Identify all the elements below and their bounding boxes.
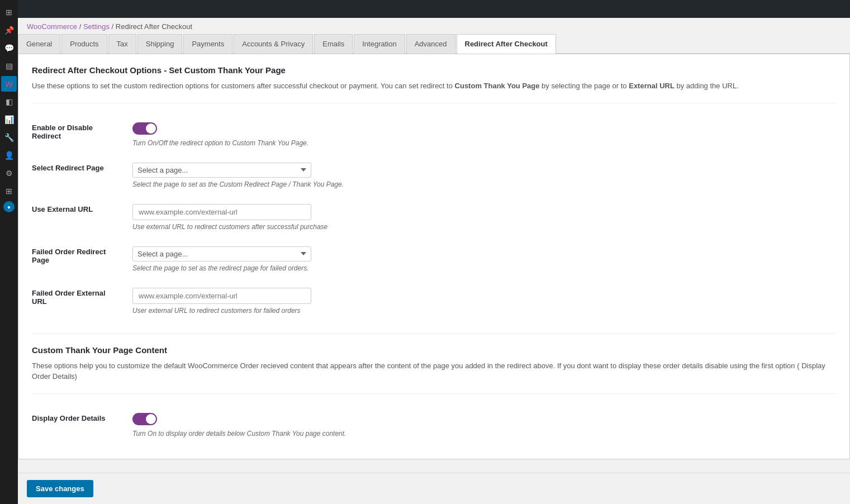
save-button[interactable]: Save changes bbox=[27, 480, 93, 497]
post-icon[interactable]: ▤ bbox=[1, 58, 17, 74]
settings-panel: Redirect After Checkout Options - Set Cu… bbox=[18, 54, 850, 459]
failed-order-redirect-page-desc: Select the page to set as the redirect p… bbox=[132, 264, 836, 272]
failed-order-redirect-page-label: Failed Order Redirect Page bbox=[32, 248, 106, 264]
external-url-desc: Use external URL to redirect customers a… bbox=[132, 223, 836, 231]
users-icon[interactable]: 👤 bbox=[1, 148, 17, 163]
row-enable-redirect: Enable or Disable Redirect Turn On/Off t… bbox=[32, 115, 836, 155]
external-url-label: Use External URL bbox=[32, 205, 93, 213]
tools-icon[interactable]: 🔧 bbox=[1, 130, 17, 145]
tab-general[interactable]: General bbox=[18, 34, 60, 54]
woo-icon[interactable]: W bbox=[1, 76, 17, 92]
breadcrumb-sep2: / bbox=[112, 22, 116, 31]
sidebar: ⊞ 📌 💬 ▤ W ◧ 📊 🔧 👤 ⚙ ⊞ ● bbox=[0, 0, 18, 504]
analytics-icon[interactable]: 📊 bbox=[1, 112, 17, 127]
divider2 bbox=[32, 334, 836, 334]
row-failed-order-redirect-page: Failed Order Redirect Page Select a page… bbox=[32, 239, 836, 280]
tab-redirect-after-checkout[interactable]: Redirect After Checkout bbox=[457, 34, 556, 54]
tab-integration[interactable]: Integration bbox=[354, 34, 405, 54]
row-display-order-details: Display Order Details Turn On to display… bbox=[32, 405, 836, 445]
failed-order-external-url-input[interactable] bbox=[132, 288, 311, 304]
breadcrumb-settings[interactable]: Settings bbox=[83, 22, 110, 31]
enable-redirect-toggle[interactable] bbox=[132, 122, 157, 135]
comments-icon[interactable]: 💬 bbox=[1, 40, 17, 56]
select-redirect-page-dropdown[interactable]: Select a page... bbox=[132, 163, 311, 178]
display-order-details-label: Display Order Details bbox=[32, 414, 106, 422]
display-order-details-toggle[interactable] bbox=[132, 413, 157, 425]
tab-advanced[interactable]: Advanced bbox=[406, 34, 455, 54]
tab-accounts-privacy[interactable]: Accounts & Privacy bbox=[234, 34, 313, 54]
tab-emails[interactable]: Emails bbox=[314, 34, 353, 54]
enable-redirect-desc: Turn On/Off the redirect option to Custo… bbox=[132, 139, 836, 147]
tab-tax[interactable]: Tax bbox=[108, 34, 136, 54]
select-redirect-page-desc: Select the page to set as the Custom Red… bbox=[132, 180, 836, 188]
failed-order-external-url-desc: User external URL to redirect customers … bbox=[132, 307, 836, 315]
active-nav-icon[interactable]: ● bbox=[3, 201, 15, 212]
toggle-thumb-display bbox=[146, 414, 156, 424]
divider1 bbox=[32, 103, 836, 103]
toggle-track-enable bbox=[132, 122, 157, 135]
section1-title: Redirect After Checkout Options - Set Cu… bbox=[32, 65, 836, 75]
toggle-thumb-enable bbox=[146, 123, 156, 134]
row-failed-order-external-url: Failed Order External URL User external … bbox=[32, 280, 836, 322]
topbar bbox=[18, 0, 850, 18]
display-order-details-desc: Turn On to display order details below C… bbox=[132, 430, 836, 438]
failed-order-redirect-page-dropdown[interactable]: Select a page... bbox=[132, 246, 311, 261]
form-table-section2: Display Order Details Turn On to display… bbox=[32, 405, 836, 445]
enable-redirect-label: Enable or Disable Redirect bbox=[32, 123, 93, 140]
section2-desc: These options help you to customize the … bbox=[32, 360, 836, 382]
settings-icon[interactable]: ⚙ bbox=[1, 165, 17, 181]
extensions-icon[interactable]: ⊞ bbox=[1, 183, 17, 199]
failed-order-external-url-label: Failed Order External URL bbox=[32, 289, 106, 306]
footer-bar: Save changes bbox=[18, 473, 850, 504]
products-icon[interactable]: ◧ bbox=[1, 94, 17, 110]
row-external-url: Use External URL Use external URL to red… bbox=[32, 196, 836, 239]
breadcrumb-woocommerce[interactable]: WooCommerce bbox=[27, 22, 77, 31]
breadcrumb-sep1: / bbox=[79, 22, 83, 31]
tab-payments[interactable]: Payments bbox=[183, 34, 232, 54]
form-table: Enable or Disable Redirect Turn On/Off t… bbox=[32, 115, 836, 322]
tab-shipping[interactable]: Shipping bbox=[137, 34, 183, 54]
section1-desc: Use these options to set the custom redi… bbox=[32, 80, 836, 92]
toggle-track-display bbox=[132, 413, 157, 425]
breadcrumb: WooCommerce / Settings / Redirect After … bbox=[18, 18, 850, 34]
content-area: WooCommerce / Settings / Redirect After … bbox=[18, 18, 850, 473]
breadcrumb-current: Redirect After Checkout bbox=[116, 22, 192, 31]
tabs-bar: General Products Tax Shipping Payments A… bbox=[18, 34, 850, 54]
main-wrapper: WooCommerce / Settings / Redirect After … bbox=[18, 0, 850, 504]
pin-icon[interactable]: 📌 bbox=[1, 22, 17, 38]
tab-products[interactable]: Products bbox=[61, 34, 107, 54]
divider3 bbox=[32, 393, 836, 394]
dashboard-icon[interactable]: ⊞ bbox=[1, 4, 17, 20]
row-select-redirect-page: Select Redirect Page Select a page... Se… bbox=[32, 155, 836, 196]
section2-title: Custom Thank Your Page Content bbox=[32, 345, 836, 355]
select-redirect-page-label: Select Redirect Page bbox=[32, 164, 104, 172]
external-url-input[interactable] bbox=[132, 204, 311, 220]
